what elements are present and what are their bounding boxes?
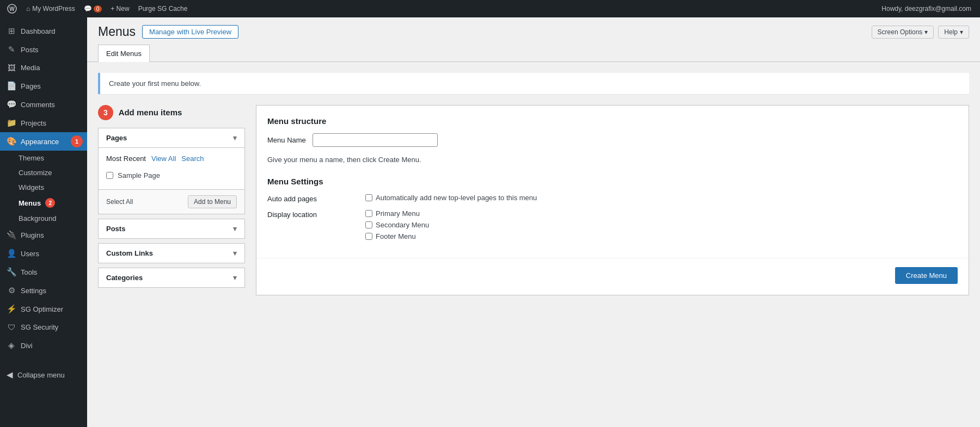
media-icon: 🖼 [7, 63, 16, 72]
comments-icon: 💬 [7, 100, 16, 109]
sidebar-item-plugins[interactable]: 🔌 Plugins [0, 226, 87, 244]
topbar-right: Screen Options ▾ Help ▾ [872, 26, 969, 39]
appearance-icon: 🎨 [7, 137, 16, 146]
sidebar-item-projects[interactable]: 📁 Projects [0, 114, 87, 132]
dashboard-icon: ⊞ [7, 26, 16, 36]
admin-bar-comments[interactable]: 💬 0 [79, 0, 107, 17]
tab-edit-menus[interactable]: Edit Menus [98, 45, 150, 62]
admin-bar-site-icon: ⌂ [26, 5, 30, 13]
primary-menu-checkbox[interactable] [365, 210, 372, 217]
sidebar-item-appearance[interactable]: 🎨 Appearance 1 [0, 132, 87, 151]
sidebar-item-divi[interactable]: ◈ Divi [0, 336, 87, 355]
wp-layout: ⊞ Dashboard ✎ Posts 🖼 Media 📄 Pages 💬 Co… [0, 17, 980, 427]
custom-links-accordion-header[interactable]: Custom Links ▾ [99, 244, 244, 263]
sidebar-item-widgets[interactable]: Widgets [0, 180, 87, 195]
sidebar-item-sg-optimizer[interactable]: ⚡ SG Optimizer [0, 300, 87, 318]
tab-search[interactable]: Search [181, 154, 204, 163]
sg-security-icon: 🛡 [7, 323, 16, 332]
pages-accordion-arrow: ▾ [233, 134, 237, 142]
main-content: Menus Manage with Live Preview Screen Op… [87, 17, 980, 427]
sample-page-checkbox[interactable] [106, 172, 113, 179]
admin-bar-cache[interactable]: Purge SG Cache [134, 0, 192, 17]
sidebar-item-background[interactable]: Background [0, 211, 87, 226]
admin-bar-new[interactable]: + New [106, 0, 133, 17]
topbar: Menus Manage with Live Preview Screen Op… [87, 17, 980, 45]
select-all-button[interactable]: Select All [106, 198, 133, 206]
menu-hint: Give your menu a name, then click Create… [267, 156, 958, 164]
sidebar-item-dashboard[interactable]: ⊞ Dashboard [0, 22, 87, 40]
sidebar-item-sg-security[interactable]: 🛡 SG Security [0, 318, 87, 336]
sidebar-item-menus[interactable]: Menus 2 [0, 195, 87, 211]
pages-accordion-footer: Select All Add to Menu [99, 189, 244, 214]
footer-menu-row: Footer Menu [365, 232, 429, 240]
sidebar-item-tools[interactable]: 🔧 Tools [0, 263, 87, 281]
sidebar-item-comments[interactable]: 💬 Comments [0, 95, 87, 114]
primary-menu-row: Primary Menu [365, 209, 429, 218]
sidebar-item-themes[interactable]: Themes [0, 151, 87, 165]
add-to-menu-button[interactable]: Add to Menu [188, 195, 237, 208]
step-badge-3: 3 [98, 105, 113, 120]
sidebar-item-settings[interactable]: ⚙ Settings [0, 281, 87, 300]
display-location-row: Display location Primary Menu Secondary … [267, 209, 958, 240]
live-preview-button[interactable]: Manage with Live Preview [142, 25, 238, 39]
display-location-label: Display location [267, 209, 365, 219]
sidebar-item-posts[interactable]: ✎ Posts [0, 40, 87, 59]
collapse-menu-button[interactable]: ◀ Collapse menu [0, 366, 87, 384]
posts-icon: ✎ [7, 45, 16, 54]
posts-accordion-header[interactable]: Posts ▾ [99, 219, 244, 238]
menu-name-label: Menu Name [267, 136, 306, 144]
help-button[interactable]: Help ▾ [938, 26, 969, 39]
screen-options-button[interactable]: Screen Options ▾ [872, 26, 934, 39]
menu-structure-panel: Menu structure Menu Name Give your menu … [256, 106, 969, 258]
admin-bar-comments-icon: 💬 [84, 5, 92, 13]
footer-menu-label: Footer Menu [376, 232, 416, 240]
add-menu-items-col: 3 Add menu items Pages ▾ Most Recent Vie [98, 105, 245, 292]
content-area: Create your first menu below. 3 Add menu… [87, 62, 980, 306]
display-location-options: Primary Menu Secondary Menu Footer Menu [365, 209, 429, 240]
sidebar-item-media[interactable]: 🖼 Media [0, 59, 87, 77]
pages-tab-bar: Most Recent View All Search [106, 154, 237, 163]
sidebar-item-users[interactable]: 👤 Users [0, 244, 87, 263]
footer-menu-checkbox[interactable] [365, 233, 372, 240]
users-icon: 👤 [7, 249, 16, 258]
admin-bar-user: Howdy, deezgrafix@gmail.com [881, 5, 976, 13]
categories-accordion: Categories ▾ [98, 268, 245, 288]
menu-name-input[interactable] [313, 133, 438, 147]
sidebar-item-customize[interactable]: Customize [0, 165, 87, 180]
tab-view-all[interactable]: View All [151, 154, 176, 163]
step-badge-1: 1 [71, 135, 83, 147]
create-menu-button[interactable]: Create Menu [895, 267, 958, 284]
menu-structure-col: Menu structure Menu Name Give your menu … [256, 105, 969, 295]
tabs-bar: Edit Menus [87, 45, 980, 62]
pages-accordion-content: Most Recent View All Search Sample Page [99, 147, 244, 189]
posts-accordion: Posts ▾ [98, 219, 245, 239]
pages-icon: 📄 [7, 81, 16, 91]
tab-most-recent[interactable]: Most Recent [106, 154, 146, 163]
menu-settings-heading: Menu Settings [267, 177, 958, 186]
svg-text:W: W [9, 6, 15, 12]
auto-add-checkbox-label: Automatically add new top-level pages to… [376, 194, 537, 202]
settings-icon: ⚙ [7, 286, 16, 295]
sg-optimizer-icon: ⚡ [7, 304, 16, 314]
categories-accordion-header[interactable]: Categories ▾ [99, 268, 244, 287]
auto-add-options: Automatically add new top-level pages to… [365, 194, 537, 202]
projects-icon: 📁 [7, 118, 16, 128]
pages-accordion: Pages ▾ Most Recent View All Search [98, 128, 245, 214]
admin-bar: W ⌂ My WordPress 💬 0 + New Purge SG Cach… [0, 0, 980, 17]
tools-icon: 🔧 [7, 267, 16, 277]
sidebar: ⊞ Dashboard ✎ Posts 🖼 Media 📄 Pages 💬 Co… [0, 17, 87, 427]
pages-accordion-header[interactable]: Pages ▾ [99, 128, 244, 147]
page-title: Menus [98, 24, 136, 40]
secondary-menu-label: Secondary Menu [376, 221, 429, 229]
secondary-menu-checkbox[interactable] [365, 221, 372, 228]
admin-bar-site[interactable]: ⌂ My WordPress [22, 0, 79, 17]
admin-bar-comments-badge: 0 [94, 5, 102, 13]
auto-add-checkbox[interactable] [365, 194, 372, 201]
screen-options-arrow: ▾ [924, 28, 928, 36]
divi-icon: ◈ [7, 341, 16, 350]
wp-logo[interactable]: W [4, 1, 20, 16]
sidebar-item-pages[interactable]: 📄 Pages [0, 77, 87, 95]
menus-badge: 2 [45, 198, 55, 208]
appearance-submenu: Themes Customize Widgets Menus 2 Backgro… [0, 151, 87, 226]
auto-add-checkbox-row: Automatically add new top-level pages to… [365, 194, 537, 202]
